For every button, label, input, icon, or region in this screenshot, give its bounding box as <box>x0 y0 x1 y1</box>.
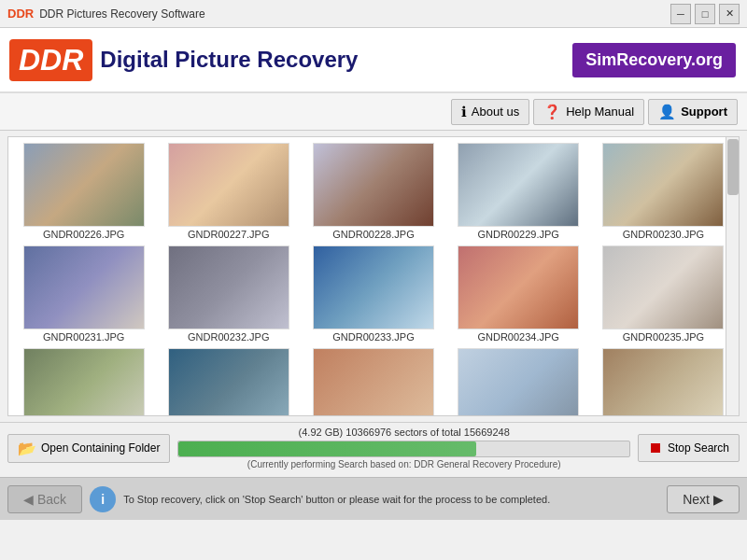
thumbnail-image <box>313 245 434 329</box>
progress-center: (4.92 GB) 10366976 sectors of total 1566… <box>177 427 630 469</box>
thumbnail-image <box>168 348 289 415</box>
thumbnail-item[interactable]: GNDR00233.JPG <box>302 244 444 344</box>
header-right: SimRecovery.org <box>572 43 736 77</box>
thumbnail-item[interactable]: GNDR00239.JPG <box>447 346 590 415</box>
thumbnail-label: GNDR00227.JPG <box>188 229 269 240</box>
thumbnail-image <box>602 245 724 329</box>
back-button[interactable]: ◀ Back <box>7 485 82 513</box>
thumbnail-item[interactable]: GNDR00236.JPG <box>12 346 155 415</box>
thumbnail-image <box>602 143 724 227</box>
stop-search-button[interactable]: ⏹ Stop Search <box>638 434 740 462</box>
thumbnail-label: GNDR00233.JPG <box>332 331 414 343</box>
titlebar-title: DDR DDR Pictures Recovery Software <box>7 7 205 21</box>
thumbnail-item[interactable]: GNDR00227.JPG <box>157 141 300 242</box>
scroll-thumb[interactable] <box>727 139 739 195</box>
thumbnail-item[interactable]: GNDR00237.JPG <box>157 346 300 415</box>
titlebar-text: DDR Pictures Recovery Software <box>39 7 204 21</box>
support-label: Support <box>681 105 727 119</box>
thumbnail-item[interactable]: GNDR00229.JPG <box>447 141 590 242</box>
thumbnail-image <box>602 348 724 415</box>
thumbnail-item[interactable]: GNDR00231.JPG <box>12 244 155 344</box>
footer-info-text: To Stop recovery, click on 'Stop Search'… <box>123 494 659 505</box>
thumbnail-image <box>458 245 579 329</box>
stop-search-label: Stop Search <box>668 441 729 455</box>
thumbnail-image <box>458 143 579 227</box>
thumbnail-area: GNDR00226.JPGGNDR00227.JPGGNDR00228.JPGG… <box>7 136 740 416</box>
minimize-button[interactable]: ─ <box>670 4 691 24</box>
thumbnail-item[interactable]: GNDR00235.JPG <box>592 244 735 344</box>
thumbnail-item[interactable]: GNDR00240.JPG <box>592 346 735 415</box>
about-button[interactable]: ℹ About us <box>451 99 529 125</box>
back-chevron-icon: ◀ <box>23 492 34 507</box>
stop-icon: ⏹ <box>648 440 663 456</box>
simrecovery-badge: SimRecovery.org <box>572 43 736 77</box>
thumbnail-image <box>168 143 289 227</box>
next-chevron-icon: ▶ <box>713 492 724 507</box>
thumbnail-item[interactable]: GNDR00226.JPG <box>12 141 155 242</box>
help-label: Help Manual <box>566 105 634 119</box>
app-title: Digital Picture Recovery <box>100 47 358 73</box>
thumbnail-image <box>23 348 145 415</box>
thumbnail-item[interactable]: GNDR00234.JPG <box>447 244 590 344</box>
thumbnail-item[interactable]: GNDR00230.JPG <box>592 141 735 242</box>
maximize-button[interactable]: □ <box>695 4 715 24</box>
back-label: Back <box>37 492 66 507</box>
progress-text: (4.92 GB) 10366976 sectors of total 1566… <box>299 427 510 438</box>
header: DDR Digital Picture Recovery SimRecovery… <box>0 28 747 93</box>
thumbnail-item[interactable]: GNDR00238.JPG <box>302 346 444 415</box>
progress-bar-bg <box>177 441 630 457</box>
thumbnail-image <box>313 143 434 227</box>
ddr-logo: DDR <box>9 39 92 81</box>
close-button[interactable]: ✕ <box>719 4 740 24</box>
nav-bar: ℹ About us ❓ Help Manual 👤 Support <box>0 93 747 131</box>
bottom-bar: 📂 Open Containing Folder (4.92 GB) 10366… <box>0 422 747 477</box>
thumbnail-label: GNDR00228.JPG <box>332 229 414 240</box>
titlebar-ddr: DDR <box>7 7 34 21</box>
next-label: Next <box>683 492 710 507</box>
support-button[interactable]: 👤 Support <box>648 99 738 125</box>
nav-footer: ◀ Back i To Stop recovery, click on 'Sto… <box>0 477 747 520</box>
thumbnail-item[interactable]: GNDR00232.JPG <box>157 244 300 344</box>
progress-sub-text: (Currently performing Search based on: D… <box>247 459 561 469</box>
thumbnail-label: GNDR00229.JPG <box>477 229 558 240</box>
support-icon: 👤 <box>658 104 676 120</box>
scrollbar[interactable] <box>726 137 739 415</box>
thumbnail-label: GNDR00235.JPG <box>623 331 704 343</box>
open-folder-label: Open Containing Folder <box>41 441 160 455</box>
footer-nav-right: Next ▶ <box>667 485 740 513</box>
thumbnail-item[interactable]: GNDR00228.JPG <box>302 141 444 242</box>
progress-bar-fill <box>178 441 475 456</box>
titlebar: DDR DDR Pictures Recovery Software ─ □ ✕ <box>0 0 747 28</box>
help-icon: ❓ <box>543 104 561 120</box>
folder-icon: 📂 <box>18 440 36 457</box>
thumbnail-label: GNDR00231.JPG <box>43 331 124 343</box>
info-icon: ℹ <box>461 104 467 120</box>
help-button[interactable]: ❓ Help Manual <box>533 99 644 125</box>
thumbnail-label: GNDR00232.JPG <box>188 331 269 343</box>
thumbnail-image <box>313 348 434 415</box>
thumbnail-label: GNDR00226.JPG <box>43 229 124 240</box>
about-label: About us <box>472 105 519 119</box>
header-left: DDR Digital Picture Recovery <box>9 39 358 81</box>
thumbnail-label: GNDR00234.JPG <box>477 331 558 343</box>
open-folder-button[interactable]: 📂 Open Containing Folder <box>7 434 170 463</box>
progress-row: 📂 Open Containing Folder (4.92 GB) 10366… <box>7 427 740 469</box>
footer-info-icon: i <box>90 486 116 512</box>
thumbnail-image <box>168 245 289 329</box>
titlebar-controls: ─ □ ✕ <box>670 4 740 24</box>
next-button[interactable]: Next ▶ <box>667 485 740 513</box>
thumbnails-grid: GNDR00226.JPGGNDR00227.JPGGNDR00228.JPGG… <box>8 137 739 415</box>
thumbnail-image <box>23 143 145 227</box>
thumbnail-image <box>23 245 145 329</box>
thumbnail-image <box>458 348 579 415</box>
thumbnail-label: GNDR00230.JPG <box>623 229 704 240</box>
